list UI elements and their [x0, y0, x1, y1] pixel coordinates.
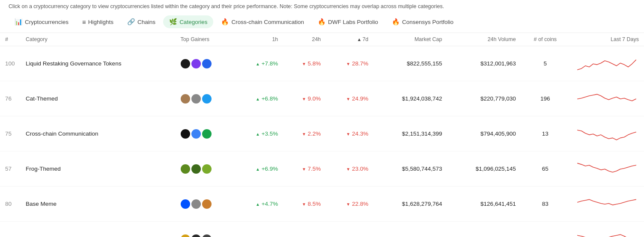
coin-icon [202, 199, 212, 209]
market-cap-cell: $2,151,314,399 [373, 116, 447, 151]
coin-icon [181, 164, 190, 174]
col-7d[interactable]: ▲7d [326, 33, 373, 46]
col-1h: 1h [236, 33, 283, 46]
col-last7: Last 7 Days [569, 33, 644, 46]
col-category: Category [21, 33, 176, 46]
nav-label-cryptocurrencies: Cryptocurrencies [25, 19, 69, 25]
market-cap-cell: $1,628,279,764 [373, 187, 447, 222]
rank-cell: 93 [0, 222, 21, 237]
coin-icon [191, 59, 201, 68]
nav-icon-cross-chain: 🔥 [221, 18, 229, 26]
volume-cell: $126,641,451 [447, 187, 521, 222]
nav-item-dwf[interactable]: 🔥DWF Labs Portfolio [312, 15, 384, 28]
h24-cell: ▼ 7.5% [283, 151, 326, 187]
table-container: # Category Top Gainers 1h 24h ▲7d Market… [0, 33, 644, 237]
top-gainers-cell [176, 222, 236, 237]
table-row[interactable]: 80 Base Meme ▲ +4.7% ▼ 8.5% ▼ 22.8% $1,6… [0, 187, 644, 222]
category-cell: Liquid Restaking Governance Tokens [21, 46, 176, 81]
nav-label-cross-chain: Cross-chain Communication [231, 19, 304, 25]
icons-group [181, 59, 230, 68]
coin-icon [202, 234, 212, 237]
nav-item-cross-chain[interactable]: 🔥Cross-chain Communication [215, 15, 310, 28]
h1-cell: ▲ +6.8% [236, 81, 283, 116]
h1-cell: ▲ +7.8% [236, 46, 283, 81]
market-cap-cell: $5,580,744,573 [373, 151, 447, 187]
chart-cell [569, 116, 644, 151]
page-note: Click on a cryptocurrency category to vi… [0, 0, 644, 11]
category-cell: Cross-chain Communication [21, 116, 176, 151]
coin-icon [191, 199, 201, 209]
coin-icon [191, 234, 201, 237]
top-gainers-cell [176, 46, 236, 81]
h1-cell: ▲ +6.9% [236, 151, 283, 187]
nav-label-chains: Chains [137, 19, 155, 25]
category-cell: Base Meme [21, 187, 176, 222]
h24-cell: ▼ 2.2% [283, 116, 326, 151]
nav-icon-cryptocurrencies: 📊 [15, 18, 23, 26]
coins-cell: 196 [521, 81, 569, 116]
top-gainers-cell [176, 151, 236, 187]
top-gainers-cell [176, 187, 236, 222]
table-row[interactable]: 75 Cross-chain Communication ▲ +3.5% ▼ 2… [0, 116, 644, 151]
nav-icon-consensys: 🔥 [392, 18, 400, 26]
nav-icon-categories: 🌿 [169, 18, 177, 26]
nav-item-chains[interactable]: 🔗Chains [121, 15, 161, 28]
nav-label-dwf: DWF Labs Portfolio [328, 19, 378, 25]
icons-group [181, 164, 230, 174]
categories-table: # Category Top Gainers 1h 24h ▲7d Market… [0, 33, 644, 237]
coin-icon [202, 164, 212, 174]
table-row[interactable]: 93 Olympus Pro ▲ +5.4% ▼ 7.8% ▼ 22.6% $1… [0, 222, 644, 237]
h24-cell: ▼ 8.5% [283, 187, 326, 222]
d7-cell: ▼ 24.3% [326, 116, 373, 151]
volume-cell: $794,405,900 [447, 116, 521, 151]
nav-item-highlights[interactable]: ≡Highlights [76, 16, 119, 28]
nav-label-highlights: Highlights [88, 19, 113, 25]
volume-cell: $1,096,025,145 [447, 151, 521, 187]
h24-cell: ▼ 7.8% [283, 222, 326, 237]
coins-cell: 5 [521, 46, 569, 81]
icons-group [181, 129, 230, 139]
coin-icon [181, 129, 190, 139]
chart-cell [569, 46, 644, 81]
category-cell: Olympus Pro [21, 222, 176, 237]
nav-item-categories[interactable]: 🌿Categories [163, 15, 213, 28]
icons-group [181, 94, 230, 104]
coin-icon [181, 59, 190, 68]
coins-cell: 83 [521, 187, 569, 222]
category-cell: Frog-Themed [21, 151, 176, 187]
rank-cell: 57 [0, 151, 21, 187]
chart-cell [569, 222, 644, 237]
coin-icon [191, 129, 201, 139]
col-volume: 24h Volume [447, 33, 521, 46]
market-cap-cell: $1,053,939,312 [373, 222, 447, 237]
nav-label-categories: Categories [179, 19, 207, 25]
rank-cell: 100 [0, 46, 21, 81]
d7-cell: ▼ 22.6% [326, 222, 373, 237]
rank-cell: 76 [0, 81, 21, 116]
coin-icon [191, 164, 201, 174]
nav-bar: 📊Cryptocurrencies≡Highlights🔗Chains🌿Cate… [0, 11, 644, 33]
nav-icon-chains: 🔗 [127, 18, 135, 26]
nav-item-consensys[interactable]: 🔥Consensys Portfolio [386, 15, 459, 28]
h24-cell: ▼ 5.8% [283, 46, 326, 81]
table-body: 100 Liquid Restaking Governance Tokens ▲… [0, 46, 644, 237]
table-row[interactable]: 76 Cat-Themed ▲ +6.8% ▼ 9.0% ▼ 24.9% $1,… [0, 81, 644, 116]
chart-cell [569, 81, 644, 116]
rank-cell: 75 [0, 116, 21, 151]
table-header: # Category Top Gainers 1h 24h ▲7d Market… [0, 33, 644, 46]
d7-cell: ▼ 22.8% [326, 187, 373, 222]
coin-icon [181, 199, 190, 209]
icons-group [181, 199, 230, 209]
coin-icon [202, 94, 212, 104]
table-row[interactable]: 100 Liquid Restaking Governance Tokens ▲… [0, 46, 644, 81]
h1-cell: ▲ +5.4% [236, 222, 283, 237]
coin-icon [202, 129, 212, 139]
market-cap-cell: $822,555,155 [373, 46, 447, 81]
nav-item-cryptocurrencies[interactable]: 📊Cryptocurrencies [9, 15, 75, 28]
d7-cell: ▼ 28.7% [326, 46, 373, 81]
table-row[interactable]: 57 Frog-Themed ▲ +6.9% ▼ 7.5% ▼ 23.0% $5… [0, 151, 644, 187]
d7-cell: ▼ 23.0% [326, 151, 373, 187]
nav-label-consensys: Consensys Portfolio [402, 19, 453, 25]
col-24h: 24h [283, 33, 326, 46]
chart-cell [569, 151, 644, 187]
